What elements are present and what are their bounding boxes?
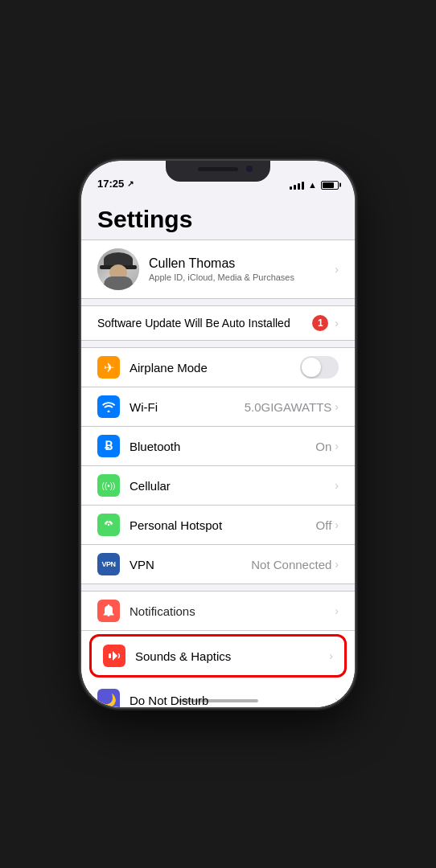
list-item[interactable]: Wi-Fi 5.0GIGAWATTS › bbox=[81, 387, 355, 427]
time-display: 17:25 bbox=[97, 178, 124, 190]
update-section[interactable]: Software Update Will Be Auto Installed 1… bbox=[81, 305, 355, 341]
connectivity-group: ✈ Airplane Mode Wi-Fi 5.0GIGAWATTS bbox=[81, 347, 355, 584]
do-not-disturb-icon: 🌙 bbox=[97, 689, 120, 707]
profile-subtitle: Apple ID, iCloud, Media & Purchases bbox=[149, 272, 325, 282]
do-not-disturb-chevron-icon: › bbox=[335, 694, 339, 706]
home-indicator bbox=[178, 699, 258, 702]
hotspot-value: Off bbox=[316, 518, 332, 532]
update-badge: 1 bbox=[312, 315, 328, 331]
speaker bbox=[198, 167, 238, 171]
row-label: VPN bbox=[130, 558, 251, 571]
row-label: Wi-Fi bbox=[130, 400, 245, 414]
cellular-icon: ((•)) bbox=[97, 474, 120, 497]
list-item[interactable]: ✈ Airplane Mode bbox=[81, 348, 355, 387]
vpn-chevron-icon: › bbox=[335, 558, 339, 571]
sounds-haptics-icon bbox=[103, 645, 125, 667]
update-chevron-icon: › bbox=[335, 317, 339, 330]
cellular-chevron-icon: › bbox=[335, 479, 339, 492]
battery-icon bbox=[321, 181, 339, 190]
screen-content[interactable]: Settings Cullen Thomas Apple ID, iCloud, bbox=[81, 193, 355, 707]
bluetooth-icon: Ƀ bbox=[97, 435, 120, 457]
profile-row[interactable]: Cullen Thomas Apple ID, iCloud, Media & … bbox=[81, 240, 355, 298]
settings-header: Settings bbox=[81, 193, 355, 240]
hotspot-icon bbox=[97, 514, 120, 536]
sounds-haptics-chevron-icon: › bbox=[329, 649, 333, 662]
camera bbox=[246, 166, 253, 172]
list-item[interactable]: ((•)) Cellular › bbox=[81, 466, 355, 506]
phone-screen: 17:25 ↗ ▲ Settings bbox=[81, 161, 355, 707]
sounds-haptics-row[interactable]: Sounds & Haptics › bbox=[89, 634, 347, 678]
notifications-group: Notifications › Sounds & Haptics bbox=[81, 591, 355, 707]
profile-info: Cullen Thomas Apple ID, iCloud, Media & … bbox=[149, 256, 325, 282]
notch bbox=[166, 161, 270, 182]
row-label: Bluetooth bbox=[130, 440, 315, 453]
airplane-mode-toggle[interactable] bbox=[300, 356, 339, 379]
svg-point-0 bbox=[108, 524, 110, 526]
location-arrow-icon: ↗ bbox=[127, 179, 134, 188]
update-text: Software Update Will Be Auto Installed bbox=[97, 317, 306, 330]
airplane-mode-icon: ✈ bbox=[97, 356, 120, 379]
battery-fill bbox=[323, 182, 334, 188]
list-item[interactable]: Ƀ Bluetooth On › bbox=[81, 427, 355, 466]
row-label: Airplane Mode bbox=[130, 361, 300, 375]
notifications-chevron-icon: › bbox=[335, 604, 339, 617]
profile-name: Cullen Thomas bbox=[149, 256, 325, 271]
bluetooth-chevron-icon: › bbox=[335, 440, 339, 452]
vpn-icon: VPN bbox=[97, 553, 120, 575]
wifi-settings-icon bbox=[97, 395, 120, 418]
signal-icon bbox=[290, 180, 304, 190]
list-item[interactable]: VPN VPN Not Connected › bbox=[81, 545, 355, 583]
update-row[interactable]: Software Update Will Be Auto Installed 1… bbox=[81, 306, 355, 340]
sounds-haptics-container[interactable]: Sounds & Haptics › bbox=[81, 631, 355, 681]
list-item[interactable]: Personal Hotspot Off › bbox=[81, 506, 355, 545]
profile-chevron-icon: › bbox=[335, 263, 339, 276]
toggle-thumb bbox=[302, 358, 321, 377]
bluetooth-value: On bbox=[315, 440, 331, 453]
svg-rect-1 bbox=[109, 653, 111, 658]
page-title: Settings bbox=[97, 206, 339, 233]
avatar bbox=[97, 248, 139, 290]
row-label: Cellular bbox=[130, 479, 335, 493]
hotspot-chevron-icon: › bbox=[335, 518, 339, 531]
status-time: 17:25 ↗ bbox=[97, 178, 134, 190]
row-label: Sounds & Haptics bbox=[135, 649, 329, 663]
wifi-icon: ▲ bbox=[308, 180, 317, 190]
list-item[interactable]: 🌙 Do Not Disturb › bbox=[81, 681, 355, 707]
wifi-value: 5.0GIGAWATTS bbox=[245, 400, 332, 414]
notifications-icon bbox=[97, 600, 120, 622]
list-item[interactable]: Notifications › bbox=[81, 592, 355, 631]
wifi-chevron-icon: › bbox=[335, 400, 339, 413]
row-label: Personal Hotspot bbox=[130, 518, 316, 532]
phone-device: 17:25 ↗ ▲ Settings bbox=[81, 161, 355, 707]
vpn-value: Not Connected bbox=[251, 558, 331, 571]
profile-section[interactable]: Cullen Thomas Apple ID, iCloud, Media & … bbox=[81, 240, 355, 299]
row-label: Notifications bbox=[130, 604, 335, 618]
status-icons: ▲ bbox=[290, 180, 339, 190]
